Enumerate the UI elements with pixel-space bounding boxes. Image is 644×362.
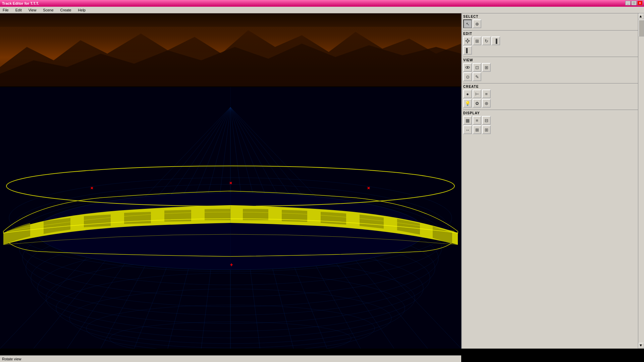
view-label: VIEW: [463, 58, 643, 62]
svg-rect-45: [467, 42, 468, 43]
display-tools-row1: ▦ ≡ ⊟: [463, 116, 643, 125]
create-section: CREATE ● ⊢ ≡ 💡 ✿ ⊛: [463, 85, 643, 108]
create-star-button[interactable]: ⊛: [482, 99, 491, 108]
divider-1: [463, 30, 643, 31]
status-text: Rotate view: [2, 357, 21, 361]
minimize-button[interactable]: _: [625, 1, 631, 5]
create-tools-row2: 💡 ✿ ⊛: [463, 99, 643, 108]
create-seg-button[interactable]: ⊢: [473, 89, 481, 98]
disp-x-button[interactable]: ⊠: [473, 125, 481, 134]
disp-grid-button[interactable]: ▦: [463, 116, 472, 125]
edit-tools: ⊞ ↻ ▐: [463, 37, 643, 45]
create-flower-button[interactable]: ✿: [473, 99, 481, 108]
track-scene[interactable]: [0, 87, 461, 349]
menu-create[interactable]: Create: [59, 8, 73, 12]
create-multi-button[interactable]: ≡: [482, 89, 491, 98]
right-panel-scrollbar[interactable]: ▲ ▼: [638, 13, 644, 349]
menu-file[interactable]: File: [1, 8, 10, 12]
disp-plus-button[interactable]: ⊞: [482, 125, 491, 134]
select-plus-button[interactable]: ⊕: [473, 19, 481, 28]
svg-rect-47: [469, 41, 470, 41]
view-section: VIEW ⊡ ⊞ ⊙ ✎: [463, 58, 643, 81]
edit-split-button[interactable]: ▐: [491, 37, 500, 45]
title-bar-controls[interactable]: _ □ X: [625, 1, 643, 5]
create-tools-row1: ● ⊢ ≡: [463, 89, 643, 98]
divider-4: [463, 110, 643, 110]
select-arrow-button[interactable]: ↖: [463, 19, 472, 28]
edit-gear-button[interactable]: [463, 37, 472, 45]
maximize-button[interactable]: □: [631, 1, 637, 5]
view-tools: ⊡ ⊞: [463, 63, 643, 72]
divider-2: [463, 57, 643, 57]
sky-background: [0, 13, 461, 87]
scroll-up-button[interactable]: ▲: [639, 14, 644, 19]
edit-tools-row2: ▌: [463, 46, 643, 55]
disp-lines-button[interactable]: ≡: [473, 116, 481, 125]
menu-edit[interactable]: Edit: [14, 8, 23, 12]
display-label: DISPLAY: [463, 111, 643, 115]
svg-rect-2: [0, 27, 461, 87]
edit-extra-button[interactable]: ▌: [463, 46, 472, 55]
view-box-button[interactable]: ⊡: [473, 63, 481, 72]
select-section: SELECT ↖ ⊕: [463, 15, 643, 28]
view-grid-button[interactable]: ⊞: [482, 63, 491, 72]
view-tools-row2: ⊙ ✎: [463, 72, 643, 81]
edit-rotate-button[interactable]: ↻: [482, 37, 491, 45]
disp-box-button[interactable]: ⊟: [482, 116, 491, 125]
menu-bar: File Edit View Scene Create Help: [0, 7, 644, 13]
menu-help[interactable]: Help: [77, 8, 87, 12]
svg-point-49: [467, 67, 468, 68]
select-label: SELECT: [463, 15, 643, 18]
close-button[interactable]: X: [637, 1, 643, 5]
disp-arrow-button[interactable]: ↔: [463, 125, 472, 134]
svg-rect-44: [467, 39, 468, 40]
edit-section: EDIT ⊞ ↻ ▐ ▌: [463, 32, 643, 55]
edit-grid-button[interactable]: ⊞: [473, 37, 481, 45]
menu-view[interactable]: View: [27, 8, 38, 12]
divider-3: [463, 83, 643, 83]
display-section: DISPLAY ▦ ≡ ⊟ ↔ ⊠ ⊞: [463, 111, 643, 134]
main-viewport[interactable]: [0, 13, 461, 349]
select-tools: ↖ ⊕: [463, 19, 643, 28]
view-circle-button[interactable]: ⊙: [463, 72, 472, 81]
title-text: Track Editor for T.T.T.: [2, 1, 39, 5]
status-bar: Rotate view: [0, 355, 461, 362]
right-panel: SELECT ↖ ⊕ EDIT ⊞ ↻ ▐ ▌: [461, 13, 644, 349]
track-svg: [0, 87, 461, 349]
scroll-down-button[interactable]: ▼: [639, 343, 644, 348]
create-label: CREATE: [463, 85, 643, 88]
scroll-thumb[interactable]: [639, 20, 644, 37]
svg-rect-46: [465, 41, 466, 41]
view-edit-button[interactable]: ✎: [473, 72, 481, 81]
mountain-silhouettes: [0, 27, 461, 87]
create-light-button[interactable]: 💡: [463, 99, 472, 108]
display-tools-row2: ↔ ⊠ ⊞: [463, 125, 643, 134]
create-dot-button[interactable]: ●: [463, 89, 472, 98]
menu-scene[interactable]: Scene: [42, 8, 55, 12]
title-bar: Track Editor for T.T.T. _ □ X: [0, 0, 644, 7]
svg-point-43: [467, 40, 469, 42]
edit-label: EDIT: [463, 32, 643, 36]
view-eye-button[interactable]: [463, 63, 472, 72]
